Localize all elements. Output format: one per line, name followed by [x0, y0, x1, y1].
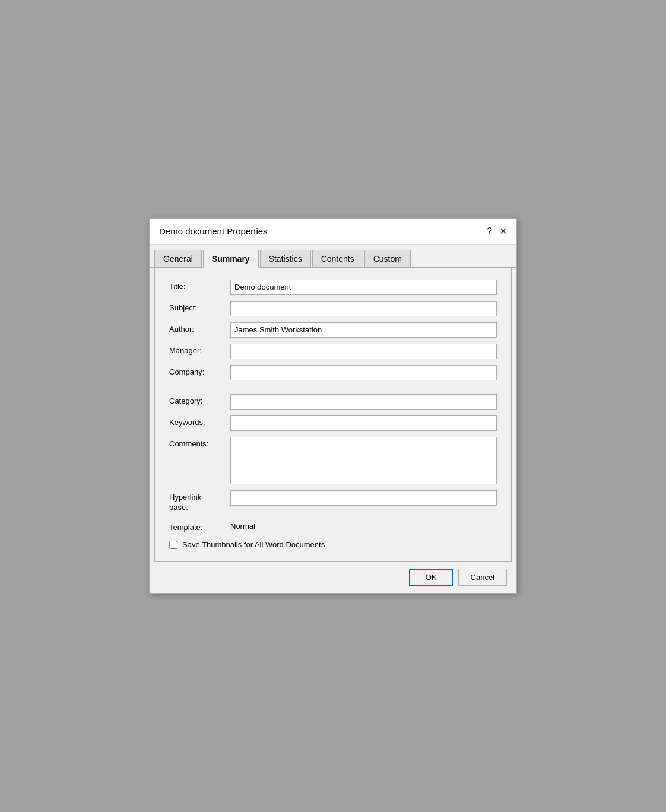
comments-label: Comments:	[169, 437, 226, 448]
keywords-label: Keywords:	[169, 415, 226, 427]
manager-input[interactable]	[230, 344, 497, 359]
save-thumbnails-checkbox[interactable]	[169, 541, 177, 549]
form-section-middle: Category: Keywords: Comments: Hyperlinkb…	[169, 394, 497, 532]
manager-row: Manager:	[169, 344, 497, 359]
keywords-input[interactable]	[230, 415, 497, 431]
keywords-row: Keywords:	[169, 415, 497, 431]
author-label: Author:	[169, 322, 226, 334]
author-input[interactable]	[230, 322, 497, 338]
tab-contents[interactable]: Contents	[312, 250, 363, 268]
section-divider	[169, 389, 497, 389]
form-section-top: Title: Subject: Author: Manager: Company…	[169, 280, 497, 380]
category-label: Category:	[169, 394, 226, 405]
manager-label: Manager:	[169, 344, 226, 355]
tab-content-summary: Title: Subject: Author: Manager: Company…	[154, 268, 512, 562]
title-label: Title:	[169, 280, 226, 291]
template-value: Normal	[230, 522, 255, 531]
hyperlink-base-row: Hyperlinkbase:	[169, 490, 497, 513]
category-input[interactable]	[230, 394, 497, 410]
company-label: Company:	[169, 365, 226, 376]
tab-statistics[interactable]: Statistics	[260, 250, 311, 268]
ok-button[interactable]: OK	[409, 569, 453, 586]
subject-row: Subject:	[169, 301, 497, 316]
author-row: Author:	[169, 322, 497, 338]
company-input[interactable]	[230, 365, 497, 380]
tab-summary[interactable]: Summary	[203, 250, 259, 268]
subject-label: Subject:	[169, 301, 226, 312]
title-input[interactable]	[230, 280, 497, 295]
dialog-footer: OK Cancel	[150, 562, 516, 593]
close-button[interactable]: ✕	[499, 227, 507, 236]
tab-custom[interactable]: Custom	[364, 250, 411, 268]
title-bar: Demo document Properties ? ✕	[150, 219, 516, 245]
tab-general[interactable]: General	[154, 250, 202, 268]
company-row: Company:	[169, 365, 497, 380]
comments-textarea[interactable]	[230, 437, 497, 484]
help-button[interactable]: ?	[487, 226, 492, 237]
category-row: Category:	[169, 394, 497, 410]
subject-input[interactable]	[230, 301, 497, 316]
save-thumbnails-label[interactable]: Save Thumbnails for All Word Documents	[182, 540, 325, 549]
cancel-button[interactable]: Cancel	[458, 569, 507, 586]
template-label: Template:	[169, 521, 226, 532]
title-row: Title:	[169, 280, 497, 295]
comments-row: Comments:	[169, 437, 497, 484]
checkbox-row: Save Thumbnails for All Word Documents	[169, 540, 497, 549]
title-controls: ? ✕	[487, 226, 507, 237]
hyperlink-base-label: Hyperlinkbase:	[169, 490, 226, 513]
tabs-bar: General Summary Statistics Contents Cust…	[150, 245, 516, 268]
document-properties-dialog: Demo document Properties ? ✕ General Sum…	[149, 218, 517, 594]
hyperlink-base-input[interactable]	[230, 490, 497, 506]
dialog-title: Demo document Properties	[159, 226, 268, 236]
template-row: Template: Normal	[169, 521, 497, 532]
